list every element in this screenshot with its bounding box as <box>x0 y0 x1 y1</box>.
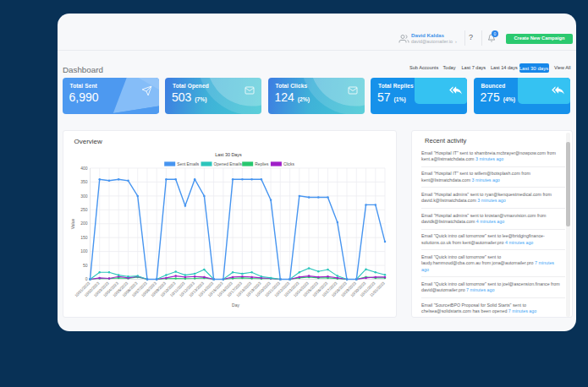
svg-text:400: 400 <box>80 166 88 171</box>
svg-text:Last 30 Days: Last 30 Days <box>215 152 242 157</box>
svg-text:100: 100 <box>80 248 88 253</box>
svg-text:200: 200 <box>80 221 88 226</box>
svg-text:Opened Emails: Opened Emails <box>214 162 243 166</box>
svg-text:Clicks: Clicks <box>283 162 295 166</box>
svg-text:250: 250 <box>80 207 88 212</box>
svg-text:Day: Day <box>232 303 239 308</box>
svg-text:0: 0 <box>85 276 88 281</box>
svg-text:Value: Value <box>70 219 75 230</box>
svg-text:150: 150 <box>80 235 88 240</box>
svg-text:Replies: Replies <box>255 162 269 166</box>
svg-text:Sent Emails: Sent Emails <box>177 162 200 166</box>
svg-text:350: 350 <box>80 179 88 184</box>
svg-text:300: 300 <box>80 194 88 199</box>
svg-text:50: 50 <box>83 263 88 268</box>
